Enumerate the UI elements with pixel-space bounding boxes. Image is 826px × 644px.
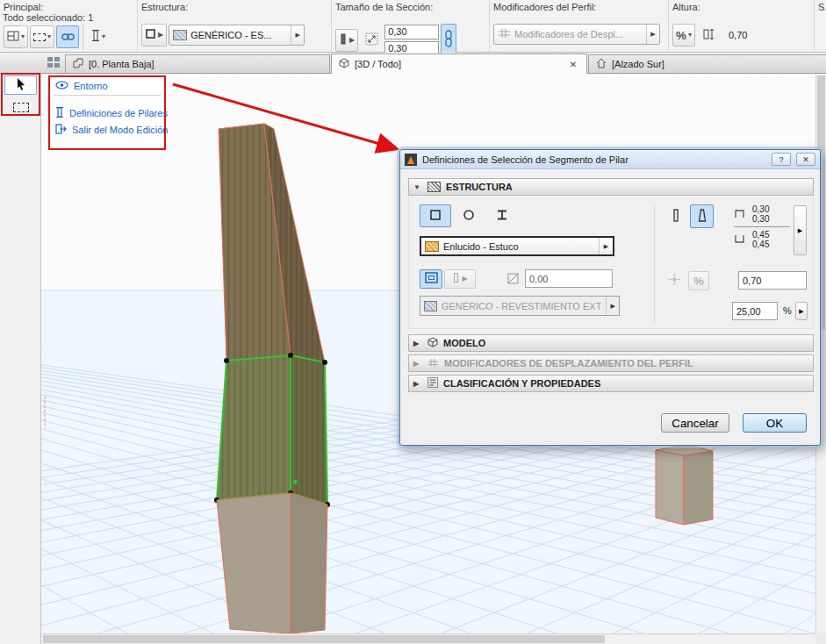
core-only-button[interactable] — [420, 269, 442, 289]
menu-item-salir-modo-edicion[interactable]: Salir del Modo Edición — [50, 122, 164, 138]
taper-flyout-button[interactable]: ▶ — [794, 205, 807, 255]
tapered-column-button[interactable] — [690, 204, 714, 228]
profile-circle-button[interactable] — [453, 204, 485, 227]
toolbar-section-modificadores: Modificadores del Perfil: Modificadores … — [490, 0, 669, 52]
percent-mode-button[interactable]: % ▾ — [672, 24, 695, 47]
height-reference-button[interactable] — [697, 24, 720, 47]
veneer-options-button[interactable]: ▶ — [444, 269, 476, 289]
column-icon — [339, 32, 348, 48]
collapsed-arrow-icon: ▶ — [413, 360, 422, 368]
marquee-tool-button[interactable] — [4, 97, 37, 117]
tool-palette — [0, 74, 41, 644]
building-material-combo[interactable]: GENÉRICO - ES... ▶ — [169, 25, 305, 46]
flyout-arrow-icon: ▶ — [349, 37, 355, 44]
percent-flyout-button[interactable]: ▶ — [795, 302, 808, 320]
bottom-width-value: 0,45 — [752, 230, 769, 240]
percent-icon: % — [676, 29, 686, 42]
collapsed-arrow-icon: ▶ — [413, 380, 422, 388]
column-selected-segment[interactable] — [214, 353, 330, 507]
expanded-arrow-icon: ▼ — [413, 183, 422, 191]
section-header-clasificacion[interactable]: ▶ CLASIFICACIÓN Y PROPIEDADES — [408, 375, 814, 392]
taper-percent-input[interactable]: 25,00 — [732, 302, 778, 320]
uniform-column-button[interactable] — [664, 204, 687, 228]
column-height-icon — [702, 27, 715, 44]
chain-vertical-icon — [444, 29, 453, 51]
column-tool-button[interactable]: ▾ — [87, 25, 110, 48]
segment-height-input[interactable]: 0,70 — [738, 271, 807, 290]
tab-label: [3D / Todo] — [355, 59, 401, 69]
section-shape-button[interactable]: ▶ — [335, 29, 358, 52]
flyout-arrow-icon: ▶ — [799, 308, 803, 315]
surface-material-combo[interactable]: Enlucido - Estuco ▶ — [420, 236, 614, 256]
menu-item-entorno[interactable]: Entorno — [50, 79, 164, 93]
veneer-thickness-input[interactable]: 0,00 — [525, 269, 613, 288]
panel-divider — [654, 203, 655, 324]
menu-item-definiciones-pilares[interactable]: Definiciones de Pilares — [50, 104, 164, 122]
toolbar-section-tamano: Tamaño de la Sección: ▶ 0,30 0,30 — [332, 0, 490, 52]
percent-height-button[interactable]: % — [688, 271, 709, 290]
section-header-estructura[interactable]: ▼ ESTRUCTURA — [408, 178, 814, 196]
gravity-anchor-button[interactable] — [664, 271, 685, 290]
profile-modifiers-label: Modificadores de Despl... — [514, 29, 643, 39]
link-mode-button[interactable] — [56, 25, 79, 48]
toolbar-separator — [83, 24, 83, 50]
profile-ibeam-button[interactable] — [486, 204, 518, 227]
flyout-arrow-icon: ▶ — [462, 275, 467, 283]
column-icon — [55, 106, 64, 120]
quad-view-button[interactable] — [44, 55, 63, 72]
column-top-segment[interactable] — [219, 124, 325, 362]
cancel-label: Cancelar — [672, 417, 718, 430]
altura-label: Altura: — [672, 2, 700, 12]
flyout-arrow-icon: ▶ — [606, 297, 619, 315]
tab-planta-baja[interactable]: [0. Planta Baja] — [65, 54, 330, 73]
column-bottom-segment[interactable] — [217, 493, 327, 633]
dropdown-arrow-icon: ▾ — [688, 32, 692, 39]
profile-modifiers-button[interactable]: Modificadores de Despl... ▶ — [493, 24, 660, 45]
close-button[interactable]: ✕ — [796, 153, 815, 166]
close-tab-icon[interactable]: ✕ — [567, 60, 579, 69]
hatch-icon — [427, 182, 441, 192]
resize-icon — [365, 32, 378, 48]
selection-status: Todo seleccionado: 1 — [3, 12, 93, 23]
resize-section-button[interactable] — [360, 29, 383, 52]
floorplan-icon — [73, 58, 83, 70]
help-button[interactable]: ? — [772, 153, 791, 166]
modificadores-label: Modificadores del Perfil: — [493, 2, 596, 12]
collapsed-arrow-icon: ▶ — [413, 340, 422, 347]
profile-grid-icon — [427, 358, 439, 369]
arrow-tool-button[interactable] — [4, 75, 37, 95]
profile-rect-button[interactable] — [420, 204, 451, 227]
plan-settings-button[interactable]: ▾ — [4, 25, 28, 48]
dialog-titlebar[interactable]: Definiciones de Selección de Segmento de… — [400, 150, 820, 169]
section-width-input[interactable]: 0,30 — [384, 25, 439, 39]
edit-mode-panel: Entorno Definiciones de Pilares Salir de… — [48, 75, 166, 150]
ok-label: OK — [766, 417, 783, 430]
elevation-icon — [596, 58, 607, 70]
dropdown-arrow-icon: ▾ — [47, 33, 51, 40]
section-header-modelo[interactable]: ▶ MODELO — [408, 334, 814, 352]
exit-icon — [55, 124, 67, 136]
column-icon — [91, 29, 100, 45]
ok-button[interactable]: OK — [743, 413, 807, 433]
structure-type-button[interactable]: ▶ — [141, 24, 167, 47]
section-header-modificadores[interactable]: ▶ MODIFICADORES DE DESPLAZAMIENTO DEL PE… — [408, 354, 814, 372]
top-depth-value: 0,30 — [752, 214, 769, 224]
section-width-value: 0,30 — [388, 26, 406, 37]
veneer-material-combo[interactable]: GENÉRICO - REVESTIMIENTO EXTE... ▶ — [420, 296, 620, 316]
marquee-settings-button[interactable]: ▾ — [30, 25, 54, 48]
column-icon — [452, 272, 460, 286]
flyout-arrow-icon: ▶ — [158, 32, 163, 39]
tab-alzado-sur[interactable]: [Alzado Sur] — [588, 54, 826, 73]
tab-3d-todo[interactable]: [3D / Todo] ✕ — [331, 54, 587, 74]
horizontal-scroll-thumb[interactable] — [43, 635, 605, 643]
dropdown-arrow-icon: ▾ — [21, 33, 25, 40]
secondary-column[interactable] — [656, 445, 713, 525]
cube-3d-icon — [339, 58, 349, 70]
edit-handle-dot[interactable] — [293, 480, 298, 484]
cancel-button[interactable]: Cancelar — [661, 413, 729, 433]
horizontal-scrollbar[interactable] — [41, 633, 815, 644]
top-width-value: 0,30 — [752, 204, 769, 214]
veneer-thickness-value: 0,00 — [529, 274, 548, 284]
link-dimensions-button[interactable] — [441, 24, 456, 56]
top-toolbar: Principal: Todo seleccionado: 1 ▾ ▾ ▾ Es… — [0, 0, 826, 53]
